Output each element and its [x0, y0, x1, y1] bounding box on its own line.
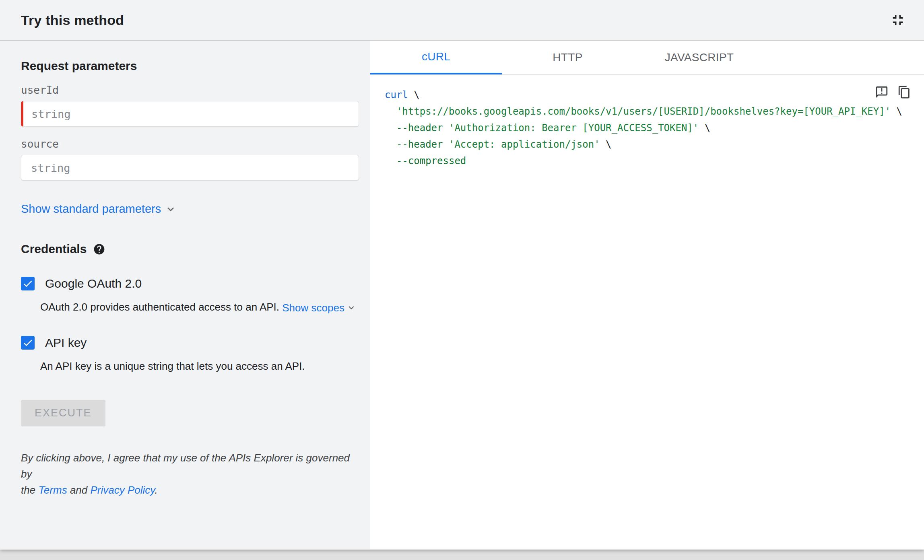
code-line: 'https://books.googleapis.com/books/v1/u… [385, 103, 912, 120]
page-title: Try this method [21, 12, 124, 28]
apikey-checkbox[interactable] [21, 336, 35, 350]
tab-curl[interactable]: cURL [370, 41, 502, 74]
code-token: \ [600, 139, 612, 150]
code-token [443, 139, 449, 150]
request-parameters-title: Request parameters [21, 59, 359, 73]
disclaimer-line1: By clicking above, I agree that my use o… [21, 452, 350, 480]
code-token: 'https://books.googleapis.com/books/v1/u… [396, 106, 891, 117]
show-standard-parameters-label: Show standard parameters [21, 202, 161, 216]
code-token [385, 122, 396, 134]
show-scopes-link[interactable]: Show scopes [282, 301, 357, 315]
code-token [385, 139, 396, 150]
chevron-down-icon [164, 203, 177, 216]
execute-button[interactable]: EXECUTE [21, 400, 105, 426]
checkmark-icon [22, 278, 33, 289]
source-field-group: source [21, 138, 359, 181]
apikey-checkbox-row[interactable]: API key [21, 336, 87, 350]
code-token: curl [385, 89, 408, 101]
disclaimer-mid: and [67, 484, 91, 496]
credentials-help-button[interactable] [93, 243, 105, 255]
disclaimer-line2-pre: the [21, 484, 38, 496]
report-issue-button[interactable] [875, 85, 889, 99]
request-panel: Request parameters userId source Show st… [0, 41, 370, 549]
chevron-down-icon [346, 303, 357, 313]
code-token: \ [408, 89, 420, 101]
code-area: curl \ 'https://books.googleapis.com/boo… [370, 75, 924, 549]
oauth-description: OAuth 2.0 provides authenticated access … [40, 300, 359, 315]
code-tabs: cURL HTTP JAVASCRIPT [370, 41, 924, 75]
code-line: --header 'Authorization: Bearer [YOUR_AC… [385, 120, 912, 136]
fullscreen-exit-icon [889, 12, 906, 29]
code-token: \ [699, 122, 710, 134]
credentials-title: Credentials [21, 242, 87, 256]
copy-icon [897, 85, 911, 99]
fullscreen-exit-button[interactable] [889, 12, 906, 29]
code-token: 'Authorization: Bearer [YOUR_ACCESS_TOKE… [449, 122, 699, 134]
code-token: --compressed [396, 155, 466, 167]
userid-input[interactable] [21, 101, 359, 127]
userid-label: userId [21, 84, 359, 96]
code-token: --header [396, 122, 443, 134]
code-actions [875, 85, 911, 99]
oauth-checkbox-row[interactable]: Google OAuth 2.0 [21, 277, 142, 290]
code-token: 'Accept: application/json' [449, 139, 600, 150]
apikey-checkbox-label: API key [45, 336, 87, 350]
tab-http[interactable]: HTTP [502, 41, 633, 74]
try-this-method-panel: Try this method Request parameters userI… [0, 0, 924, 550]
disclaimer-end: . [155, 484, 157, 496]
panel-header: Try this method [0, 0, 924, 41]
disclaimer-text: By clicking above, I agree that my use o… [21, 450, 359, 498]
tab-javascript[interactable]: JAVASCRIPT [633, 41, 765, 74]
source-label: source [21, 138, 359, 150]
credentials-header: Credentials [21, 242, 359, 256]
oauth-checkbox-label: Google OAuth 2.0 [45, 277, 142, 290]
code-block: curl \ 'https://books.googleapis.com/boo… [385, 87, 912, 169]
terms-link[interactable]: Terms [38, 484, 67, 496]
show-standard-parameters-link[interactable]: Show standard parameters [21, 202, 177, 216]
oauth-checkbox[interactable] [21, 277, 35, 290]
privacy-policy-link[interactable]: Privacy Policy [90, 484, 155, 496]
oauth-description-text: OAuth 2.0 provides authenticated access … [40, 301, 282, 313]
help-icon [93, 243, 105, 255]
apikey-description: An API key is a unique string that lets … [40, 359, 359, 373]
userid-field-group: userId [21, 84, 359, 127]
checkmark-icon [22, 337, 33, 348]
code-token [443, 122, 449, 134]
code-token: --header [396, 139, 443, 150]
feedback-icon [875, 85, 889, 99]
panel-content: Request parameters userId source Show st… [0, 41, 924, 549]
source-input[interactable] [21, 155, 359, 181]
code-panel: cURL HTTP JAVASCRIPT [370, 41, 924, 549]
code-line: --compressed [385, 153, 912, 169]
code-token: \ [891, 106, 902, 117]
code-token [385, 106, 396, 117]
show-scopes-label: Show scopes [282, 301, 344, 315]
code-line: --header 'Accept: application/json' \ [385, 136, 912, 153]
copy-code-button[interactable] [897, 85, 911, 99]
code-token [385, 155, 396, 167]
code-line: curl \ [385, 87, 912, 103]
